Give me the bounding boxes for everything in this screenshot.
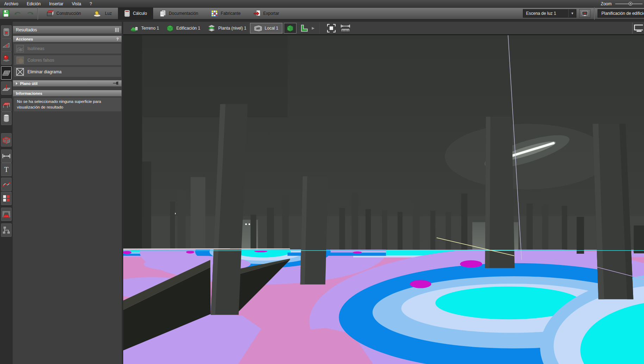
light-icon	[94, 10, 102, 17]
chevron-down-icon[interactable]: ▼	[568, 10, 576, 17]
measure-button[interactable]	[339, 23, 352, 33]
building-icon	[166, 25, 174, 32]
main-toolbar: Construcción Luz Cálculo Documentación	[0, 8, 644, 20]
save-button[interactable]	[0, 8, 12, 19]
help-icon[interactable]: ?	[116, 37, 119, 41]
informations-message: No se ha seleccionado ninguna superficie…	[14, 98, 121, 111]
calculation-point-icon[interactable]	[1, 51, 12, 65]
tab-label: Fabricante	[221, 11, 241, 16]
ruler-icon	[340, 24, 350, 32]
vp-tab-local[interactable]: Local 1	[250, 23, 282, 33]
room-volume-icon[interactable]	[1, 133, 12, 147]
zoom-slider-thumb[interactable]	[629, 2, 632, 6]
room-icon	[254, 25, 262, 32]
zoom-slider[interactable]	[615, 4, 643, 4]
monitor-outline-icon	[634, 24, 643, 32]
building-planning-button[interactable]: Planificación de edificio...	[598, 9, 644, 18]
svg-text:T: T	[4, 166, 8, 173]
zoom-label: Zoom	[601, 1, 612, 6]
building-planning-label: Planificación de edificio...	[601, 11, 644, 16]
terrain-icon	[130, 25, 139, 32]
redo-icon	[26, 11, 34, 16]
informations-header-label: Informaciones	[16, 91, 42, 95]
false-colors-button: Colores falsos	[14, 55, 121, 65]
color-swatch-icon[interactable]	[1, 192, 12, 205]
view-2d-button[interactable]	[298, 23, 311, 33]
light-scene-value: Escena de luz 1	[523, 11, 568, 16]
menu-vista[interactable]: Vista	[68, 1, 85, 6]
construction-icon	[46, 10, 54, 17]
zoom-fit-icon	[327, 24, 336, 33]
tool-strip: T	[0, 21, 13, 364]
menu-insertar[interactable]: Insertar	[45, 1, 68, 6]
tab-label: Cálculo	[133, 11, 147, 16]
actions-header-label: Acciones	[16, 37, 33, 41]
tab-label: Documentación	[169, 11, 198, 16]
zoom-fit-button[interactable]	[325, 23, 338, 33]
results-panel: Resultados Acciones ? Isolíneas Colores …	[13, 22, 123, 364]
tab-luz[interactable]: Luz	[87, 7, 118, 20]
menubar: Archivo Edición Insertar Vista ? Zoom	[0, 0, 644, 8]
more-views-chevron-icon[interactable]: ▶	[312, 26, 315, 30]
actions-section-header: Acciones ?	[13, 36, 122, 42]
calculator-icon	[124, 10, 130, 17]
display-mode-button[interactable]	[579, 9, 590, 18]
results-panel-title: Resultados	[13, 26, 122, 34]
workplane-section-header[interactable]: Plano útil	[13, 80, 122, 87]
panel-grip-handle[interactable]	[115, 28, 119, 32]
tab-construccion[interactable]: Construcción	[39, 7, 87, 20]
tab-label: Exportar	[263, 11, 279, 16]
cube-3d-icon	[286, 24, 294, 32]
tab-documentacion[interactable]: Documentación	[153, 7, 204, 20]
vp-tab-terreno[interactable]: Terreno 1	[127, 23, 163, 33]
vp-tab-label: Edificación 1	[176, 26, 200, 31]
viewport: Terreno 1 Edificación 1 Planta (nivel) 1	[123, 22, 644, 364]
false-color-view-icon[interactable]	[1, 208, 12, 221]
hierarchy-icon[interactable]	[1, 223, 12, 237]
false-colors-icon	[16, 56, 24, 64]
side-monitor-button[interactable]	[632, 23, 644, 34]
informations-section-header: Informaciones	[13, 90, 122, 97]
luminance-wedge-icon[interactable]	[1, 38, 12, 52]
workplane-icon[interactable]	[1, 81, 12, 95]
view-3d-button[interactable]	[284, 23, 296, 33]
monitor-icon	[582, 11, 588, 16]
spline-icon[interactable]	[1, 178, 12, 191]
text-object-icon[interactable]: T	[1, 163, 12, 176]
undo-button[interactable]	[12, 8, 24, 19]
pin-icon[interactable]	[113, 81, 119, 86]
tab-label: Luz	[105, 11, 112, 16]
furniture-surface-icon[interactable]	[1, 98, 12, 112]
results-panel-title-label: Resultados	[16, 27, 37, 32]
redo-button[interactable]	[24, 8, 36, 19]
vp-tab-label: Terreno 1	[141, 26, 159, 31]
plan-l-icon	[300, 24, 308, 32]
tab-exportar[interactable]: Exportar	[247, 7, 286, 20]
floor-level-icon	[207, 25, 216, 32]
false-colors-label: Colores falsos	[27, 58, 54, 63]
viewport-tabbar: Terreno 1 Edificación 1 Planta (nivel) 1	[123, 22, 644, 35]
save-icon	[2, 10, 10, 17]
vp-tab-label: Local 1	[265, 26, 279, 31]
undo-icon	[14, 11, 22, 16]
measure-line-icon[interactable]	[1, 149, 12, 163]
isolines-icon	[16, 45, 24, 53]
menu-help[interactable]: ?	[86, 1, 96, 6]
tab-label: Construcción	[56, 11, 81, 16]
tab-fabricante[interactable]: Fabricante	[205, 7, 247, 20]
tab-calculo[interactable]: Cálculo	[118, 7, 153, 20]
menu-edicion[interactable]: Edición	[23, 1, 45, 6]
vp-tab-planta[interactable]: Planta (nivel) 1	[204, 23, 250, 33]
3d-scene-canvas[interactable]	[123, 35, 644, 364]
export-icon	[254, 10, 261, 17]
isolines-button: Isolíneas	[14, 44, 121, 54]
calculation-start-icon[interactable]	[1, 25, 12, 39]
manufacturer-icon	[211, 10, 218, 17]
calculation-surface-icon[interactable]	[1, 66, 12, 80]
vp-tab-edificacion[interactable]: Edificación 1	[163, 23, 204, 33]
light-scene-select[interactable]: Escena de luz 1 ▼	[523, 9, 576, 18]
delete-diagram-button[interactable]: Eliminar diagrama	[14, 67, 121, 77]
cylinder-object-icon[interactable]	[1, 112, 12, 125]
isolines-label: Isolíneas	[27, 46, 44, 51]
menu-archivo[interactable]: Archivo	[0, 1, 23, 6]
